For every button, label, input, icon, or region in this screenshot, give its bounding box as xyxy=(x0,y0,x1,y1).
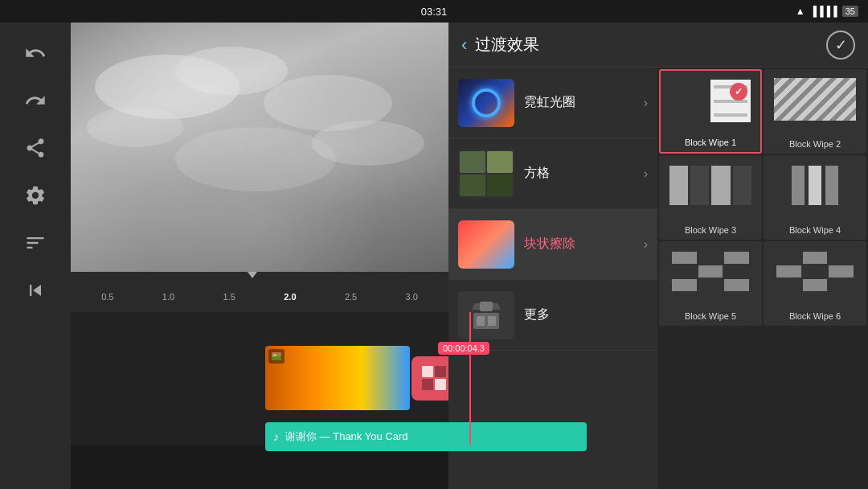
adjust-button[interactable] xyxy=(11,220,59,265)
ruler-mark-2: 1.5 xyxy=(199,292,260,302)
panel-title: 过渡效果 xyxy=(475,34,539,55)
list-item-halo-label: 霓虹光圈 xyxy=(524,94,575,111)
status-time: 03:31 xyxy=(421,6,448,18)
ruler-mark-0: 0.5 xyxy=(77,292,138,302)
block-wipe-3-preview xyxy=(659,155,762,216)
battery-icon: 35 xyxy=(842,6,858,17)
wifi-icon: ▲ xyxy=(796,6,805,17)
list-item-block[interactable]: 块状擦除 › xyxy=(448,209,657,280)
playhead-time: 00:00:04.3 xyxy=(438,342,489,355)
block-wipe-3-label: Block Wipe 3 xyxy=(685,225,736,235)
block-wipe-2-label: Block Wipe 2 xyxy=(789,139,841,149)
playhead-line xyxy=(469,312,471,445)
panel-confirm-button[interactable]: ✓ xyxy=(826,31,855,60)
block-wipe-4-label: Block Wipe 4 xyxy=(789,225,841,235)
block-wipe-5-preview xyxy=(659,241,762,302)
svg-point-3 xyxy=(87,107,183,147)
trans-cell-4 xyxy=(435,379,446,390)
ruler-triangle xyxy=(248,272,257,278)
ruler-mark-1: 1.0 xyxy=(138,292,199,302)
list-arrow-grid: › xyxy=(644,166,648,181)
trans-cell-1 xyxy=(422,366,433,377)
panel-right-grid: ✓ Block Wipe 1 Block Wipe 2 xyxy=(657,68,868,489)
share-button[interactable] xyxy=(11,125,59,170)
block-wipe-6-preview xyxy=(764,241,866,302)
thumb-more xyxy=(458,291,514,339)
svg-point-5 xyxy=(175,127,336,191)
grid-cell-block-wipe-3[interactable]: Block Wipe 3 xyxy=(659,155,762,240)
svg-point-1 xyxy=(175,47,288,95)
grid-cell-block-wipe-6[interactable]: Block Wipe 6 xyxy=(764,241,866,326)
thumb-grid xyxy=(458,150,514,198)
trans-cell-3 xyxy=(422,379,433,390)
ruler-marks: 0.5 1.0 1.5 2.0 2.5 3.0 xyxy=(77,282,442,302)
list-item-grid[interactable]: 方格 › xyxy=(448,138,657,209)
panel-back-button[interactable]: ‹ xyxy=(461,35,467,55)
block-wipe-1-preview: ✓ xyxy=(661,71,760,131)
clip-sunset[interactable] xyxy=(265,346,410,410)
rewind-button[interactable] xyxy=(11,268,59,312)
status-right: ▲ ▐▐▐▐ 35 xyxy=(796,6,858,17)
grid-cell-block-wipe-2[interactable]: Block Wipe 2 xyxy=(764,69,866,154)
redo-button[interactable] xyxy=(11,78,59,122)
list-arrow-block: › xyxy=(644,237,648,252)
grid-cell-block-wipe-4[interactable]: Block Wipe 4 xyxy=(764,155,866,240)
ruler-mark-3: 2.0 xyxy=(260,292,321,302)
svg-rect-11 xyxy=(488,316,496,326)
ruler-mark-4: 2.5 xyxy=(321,292,382,302)
music-track[interactable]: ♪ 谢谢你 — Thank You Card xyxy=(265,422,587,451)
left-sidebar xyxy=(0,23,71,489)
grid-cell-block-wipe-1[interactable]: ✓ Block Wipe 1 xyxy=(659,69,762,154)
grid-cell-block-wipe-5[interactable]: Block Wipe 5 xyxy=(659,241,762,326)
list-item-block-label: 块状擦除 xyxy=(524,236,575,253)
block-wipe-4-preview xyxy=(764,155,866,216)
panel-header: ‹ 过渡效果 ✓ xyxy=(448,23,868,68)
svg-rect-10 xyxy=(477,316,485,326)
confirm-check-icon: ✓ xyxy=(835,36,847,54)
thumb-halo xyxy=(458,79,514,127)
thumb-block xyxy=(458,220,514,269)
right-panel: ‹ 过渡效果 ✓ 霓虹光圈 › xyxy=(448,23,868,489)
transition-icon-grid xyxy=(422,366,446,390)
block-wipe-2-preview xyxy=(764,69,866,129)
signal-icon: ▐▐▐▐ xyxy=(810,6,837,17)
timeline-ruler: 0.5 1.0 1.5 2.0 2.5 3.0 xyxy=(71,272,448,312)
list-item-grid-label: 方格 xyxy=(524,165,550,182)
ruler-mark-5: 3.0 xyxy=(381,292,442,302)
block-wipe-6-label: Block Wipe 6 xyxy=(789,311,841,321)
trans-cell-2 xyxy=(435,366,446,377)
undo-button[interactable] xyxy=(11,31,59,75)
music-note-icon: ♪ xyxy=(273,430,279,443)
music-label: 谢谢你 — Thank You Card xyxy=(285,429,407,444)
list-arrow-halo: › xyxy=(644,96,648,110)
list-item-halo[interactable]: 霓虹光圈 › xyxy=(448,68,657,138)
clip-img-icon xyxy=(268,349,285,364)
list-item-more[interactable]: 更多 xyxy=(448,280,657,351)
block-wipe-5-label: Block Wipe 5 xyxy=(685,311,736,321)
status-bar: 03:31 ▲ ▐▐▐▐ 35 xyxy=(0,0,868,23)
preview-area xyxy=(71,23,448,272)
block-wipe-1-label: Block Wipe 1 xyxy=(685,138,736,147)
list-item-more-label: 更多 xyxy=(524,306,550,323)
svg-rect-12 xyxy=(480,302,493,311)
settings-button[interactable] xyxy=(11,173,59,217)
preview-video xyxy=(71,23,448,272)
